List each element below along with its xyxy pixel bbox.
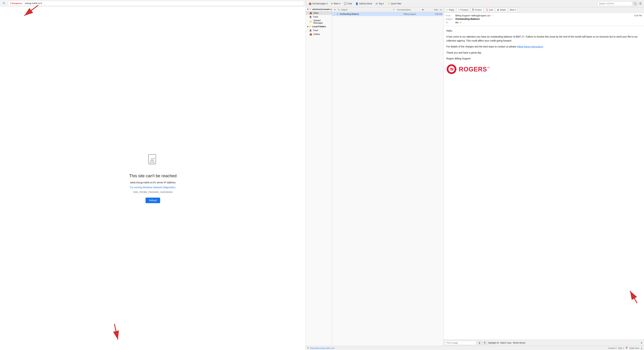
junk-button[interactable]: 🚫 Junk: [484, 8, 495, 12]
quick-filter-button[interactable]: ⚡ Quick Filter: [386, 1, 403, 6]
whole-words-label[interactable]: Whole Words: [513, 342, 526, 344]
subject-col-header[interactable]: Subject: [340, 9, 392, 11]
get-messages-dropdown-icon: ▾: [326, 2, 328, 5]
body-para2-suffix: .: [543, 45, 544, 48]
subject-label: Subject:: [446, 18, 454, 20]
reload-button[interactable]: Reload: [146, 198, 160, 203]
table-row[interactable]: ☆ Outstanding Balance Billing Support 3:…: [332, 12, 443, 16]
search-button[interactable]: 🔍: [633, 1, 638, 6]
archive-button[interactable]: 🗄 Archive: [470, 8, 483, 12]
rogers-logo: ROGERS™: [446, 64, 641, 74]
more-button[interactable]: More ▾: [508, 8, 518, 12]
error-domain: www.mizug-mahir.co.il's server IP addres…: [129, 181, 177, 184]
browser-toolbar: ↻ ⚠ Dangerous | mizug-mahir.co.il: [0, 0, 306, 6]
msg-date-cell: 3:56 PM: [428, 13, 442, 15]
phishing-link[interactable]: follow these instructions: [517, 45, 543, 48]
search-input[interactable]: [598, 1, 632, 6]
tag-icon: 🏷: [376, 2, 378, 5]
from-label: From:: [446, 14, 454, 17]
find-close-button[interactable]: ✕: [640, 342, 642, 344]
error-domain-url: www.mizug-mahir.co.il: [130, 181, 154, 184]
archive-icon: 🗄: [472, 9, 474, 11]
find-bar: ▲ ▼ Highlight All Match Case Whole Words…: [444, 340, 644, 346]
error-icon: [129, 154, 177, 170]
local-folders-expand-icon: ▾: [307, 25, 308, 28]
date-col-header[interactable]: Date: [425, 9, 439, 11]
total-count: Total: 1: [618, 347, 624, 349]
find-next-button[interactable]: ▼: [483, 341, 487, 345]
rogers-name: ROGERS™: [459, 66, 490, 73]
unread-count: Unread: 0: [608, 347, 616, 349]
today-pane-toggle[interactable]: ▲: [641, 347, 642, 349]
tb-status-bar: ✉ http://www.mizug-mahir.co.il/ Unread: …: [306, 346, 644, 350]
browser-window: ↻ ⚠ Dangerous | mizug-mahir.co.il: [0, 0, 306, 350]
account-item[interactable]: ▾ 📧 phishme@example.com: [306, 7, 332, 11]
deleted-messages-folder[interactable]: 📁 Deleted Messages: [306, 19, 332, 25]
forward-button[interactable]: ↪ Forward: [456, 8, 470, 12]
error-page: This site can't be reached www.mizug-mah…: [122, 147, 184, 210]
outbox-folder[interactable]: 📤 Outbox: [306, 32, 332, 36]
address-url: mizug-mahir.co.il: [25, 2, 42, 4]
get-messages-button[interactable]: 📥 Get Messages ▾: [307, 1, 329, 6]
write-button[interactable]: ✏ Write ▾: [330, 1, 342, 6]
inbox-folder[interactable]: 📥 Inbox: [306, 11, 332, 15]
message-list-header: ★ 📎 Subject ⇅ Correspondents ◆ Date ▲▾: [332, 7, 443, 12]
msg-correspondent-cell: Billing Support: [404, 13, 428, 15]
browser-content: This site can't be reached www.mizug-mah…: [0, 6, 306, 350]
trash-label-1: Trash: [313, 16, 318, 18]
match-case-label[interactable]: Match Case: [500, 342, 512, 344]
star-col-header: ★: [333, 8, 336, 11]
address-divider: |: [23, 2, 24, 5]
star-icon[interactable]: ☆: [333, 13, 336, 15]
warning-icon: ⚠: [10, 2, 12, 4]
error-diagnostics-link[interactable]: Try running Windows Network Diagnostics.: [129, 186, 177, 189]
local-folders-icon: 📁: [309, 25, 312, 28]
chat-icon: 💬: [344, 2, 347, 5]
trash-icon-2: 🗑: [309, 29, 312, 32]
tag-button[interactable]: 🏷 Tag ▾: [374, 1, 385, 6]
collapse-icon: ▾: [307, 8, 308, 10]
error-code: DNS_PROBE_FINISHED_NXDOMAIN: [129, 191, 177, 193]
reply-button[interactable]: ↩ Reply: [445, 8, 456, 12]
correspondents-col-header[interactable]: Correspondents: [396, 9, 421, 11]
danger-badge: ⚠ Dangerous: [10, 2, 22, 4]
message-time: 3:56 PM: [634, 14, 642, 17]
address-book-button[interactable]: 👤 Address Book: [354, 1, 374, 6]
junk-icon: 🚫: [486, 9, 488, 11]
trash-icon-1: 🗑: [309, 15, 312, 18]
reload-icon[interactable]: ↻: [2, 1, 6, 6]
to-label: To:: [446, 21, 454, 24]
forward-icon: ↪: [458, 9, 460, 11]
folder-pane: ▾ 📧 phishme@example.com 📥 Inbox 🗑 Trash …: [306, 7, 332, 346]
highlight-all-label[interactable]: Highlight All: [488, 342, 499, 344]
quick-filter-icon: ⚡: [387, 2, 390, 5]
delete-button[interactable]: 🗑 Delete: [496, 8, 508, 12]
inbox-label: Inbox: [313, 12, 318, 14]
chat-button[interactable]: 💬 Chat: [342, 1, 353, 6]
sort-arrows: ⇅: [393, 8, 396, 11]
message-list-body: ☆ Outstanding Balance Billing Support 3:…: [332, 12, 443, 346]
tb-toolbar: 📥 Get Messages ▾ ✏ Write ▾ 💬 Chat 👤 Addr…: [306, 0, 644, 7]
message-body: Hello, It has come to our attention you …: [444, 26, 644, 340]
find-prev-button[interactable]: ▲: [478, 341, 482, 345]
sender-star-icon[interactable]: ☆: [492, 14, 494, 17]
address-book-icon: 👤: [356, 2, 358, 5]
trash-folder-1[interactable]: 🗑 Trash: [306, 15, 332, 19]
status-url: http://www.mizug-mahir.co.il/: [310, 347, 334, 349]
menu-button[interactable]: ☰: [638, 1, 642, 6]
account-label: phishme@example.com: [312, 8, 332, 10]
msg-subject-cell: Outstanding Balance: [340, 13, 404, 15]
local-folders-label: Local Folders: [312, 25, 326, 28]
greeting: Hello,: [446, 29, 641, 33]
rogers-circle-icon: [446, 64, 457, 74]
rogers-brand-text: ROGERS™: [459, 64, 490, 74]
delete-icon: 🗑: [497, 9, 499, 11]
address-bar[interactable]: ⚠ Dangerous | mizug-mahir.co.il: [8, 1, 304, 6]
local-folders-item[interactable]: ▾ 📁 Local Folders: [306, 25, 332, 28]
find-input[interactable]: [445, 341, 476, 345]
to-star-icon: ★: [460, 21, 462, 24]
danger-label: Dangerous: [12, 2, 22, 4]
more-dropdown-icon: ▾: [515, 9, 516, 11]
message-actions-bar: ↩ Reply ↪ Forward 🗄 Archive 🚫 Junk 🗑: [444, 7, 644, 13]
trash-folder-2[interactable]: 🗑 Trash: [306, 28, 332, 32]
